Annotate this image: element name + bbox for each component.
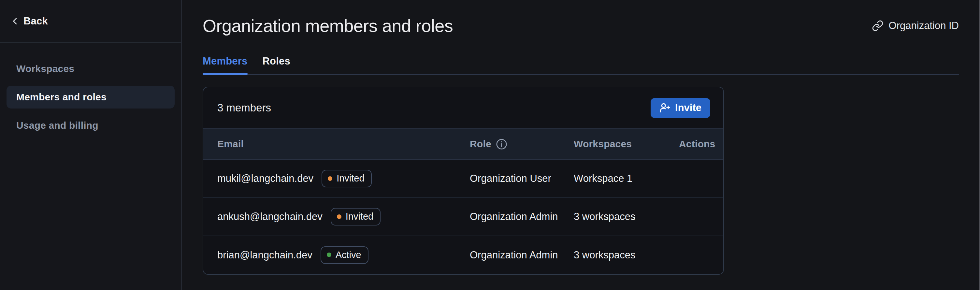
- vertical-scrollbar[interactable]: [979, 0, 980, 290]
- email-cell: ankush@langchain.dev Invited: [217, 208, 470, 225]
- member-workspaces: Workspace 1: [574, 173, 679, 185]
- member-role: Organization Admin: [470, 249, 574, 261]
- members-count: 3 members: [217, 102, 271, 114]
- status-dot-icon: [337, 214, 341, 219]
- organization-id-label: Organization ID: [889, 20, 959, 32]
- page-title: Organization members and roles: [203, 16, 453, 36]
- app-window: Back Workspaces Members and roles Usage …: [0, 0, 980, 290]
- member-role: Organization User: [470, 173, 574, 185]
- tab-bar: Members Roles: [203, 56, 959, 75]
- member-workspaces: 3 workspaces: [574, 249, 679, 261]
- sidebar-item-label: Workspaces: [16, 63, 74, 74]
- invite-label: Invite: [675, 102, 702, 114]
- table-row: brian@langchain.dev Active Organization …: [203, 236, 723, 274]
- table-header: Email Role Workspaces Actions: [203, 128, 723, 160]
- back-label: Back: [24, 15, 48, 27]
- status-label: Invited: [337, 173, 364, 184]
- column-header-email: Email: [217, 139, 470, 150]
- column-header-workspaces: Workspaces: [574, 139, 679, 150]
- status-dot-icon: [327, 253, 331, 257]
- member-workspaces: 3 workspaces: [574, 211, 679, 223]
- table-row: ankush@langchain.dev Invited Organizatio…: [203, 198, 723, 236]
- status-label: Active: [336, 250, 361, 260]
- page-header: Organization members and roles Organizat…: [203, 16, 959, 36]
- chevron-left-icon: [10, 16, 21, 27]
- status-badge: Invited: [321, 170, 371, 187]
- sidebar-nav: Workspaces Members and roles Usage and b…: [0, 43, 181, 142]
- sidebar-item-label: Usage and billing: [16, 120, 99, 131]
- status-badge: Invited: [331, 208, 380, 225]
- status-badge: Active: [321, 246, 369, 264]
- organization-id-button[interactable]: Organization ID: [872, 20, 959, 32]
- status-dot-icon: [328, 176, 332, 181]
- tab-roles[interactable]: Roles: [262, 56, 290, 74]
- member-role: Organization Admin: [470, 211, 574, 223]
- tab-members[interactable]: Members: [203, 56, 248, 74]
- member-email: ankush@langchain.dev: [217, 211, 323, 223]
- sidebar-item-usage-and-billing[interactable]: Usage and billing: [6, 114, 175, 137]
- column-label: Actions: [679, 139, 715, 150]
- column-header-actions: Actions: [679, 139, 715, 150]
- column-header-role: Role: [470, 138, 574, 150]
- info-icon[interactable]: [496, 138, 508, 150]
- email-cell: brian@langchain.dev Active: [217, 246, 470, 264]
- email-cell: mukil@langchain.dev Invited: [217, 170, 470, 187]
- settings-sidebar: Back Workspaces Members and roles Usage …: [0, 0, 182, 290]
- sidebar-item-label: Members and roles: [16, 92, 107, 103]
- column-label: Email: [217, 139, 244, 150]
- sidebar-item-workspaces[interactable]: Workspaces: [6, 57, 175, 80]
- link-icon: [872, 20, 884, 32]
- members-panel: 3 members Invite Email Role: [203, 87, 724, 275]
- invite-button[interactable]: Invite: [651, 98, 710, 118]
- main-content: Organization members and roles Organizat…: [182, 0, 980, 290]
- sidebar-item-members-and-roles[interactable]: Members and roles: [6, 86, 175, 108]
- user-plus-icon: [659, 102, 670, 113]
- back-button[interactable]: Back: [0, 0, 181, 43]
- members-panel-header: 3 members Invite: [203, 87, 723, 128]
- member-email: mukil@langchain.dev: [217, 173, 313, 185]
- status-label: Invited: [346, 211, 373, 222]
- column-label: Workspaces: [574, 139, 632, 150]
- column-label: Role: [470, 139, 491, 150]
- table-row: mukil@langchain.dev Invited Organization…: [203, 160, 723, 198]
- member-email: brian@langchain.dev: [217, 249, 312, 261]
